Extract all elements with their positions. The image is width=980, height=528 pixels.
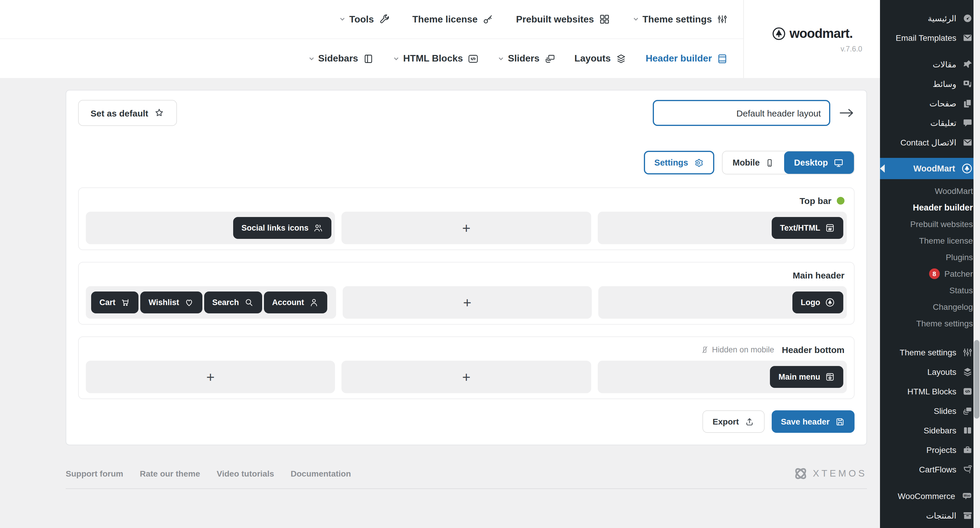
builder-cell-empty[interactable]: +	[86, 361, 335, 393]
sidebar-item-email-templates[interactable]: Email Templates	[880, 28, 980, 47]
submenu-plugins[interactable]: Plugins	[880, 249, 973, 265]
sliders-icon	[717, 14, 728, 25]
arrow-right-icon[interactable]	[838, 107, 854, 119]
text-html-element[interactable]: Text/HTML	[772, 217, 843, 239]
nav-html-blocks[interactable]: HTML Blocks	[393, 53, 479, 64]
mobile-toggle-button[interactable]: Mobile	[722, 151, 784, 174]
element-label: Wishlist	[148, 298, 179, 307]
theme-nav-row-1: Tools Theme license Prebuilt websites Th…	[0, 0, 743, 39]
submenu-theme-license[interactable]: Theme license	[880, 232, 973, 249]
social-people-icon	[313, 223, 323, 233]
nav-theme-settings[interactable]: Theme settings	[632, 14, 728, 25]
nav-sliders[interactable]: Sliders	[498, 53, 556, 64]
sidebar-item-cartflows[interactable]: CartFlows	[880, 460, 980, 479]
sidebar-item-projects[interactable]: Projects	[880, 440, 980, 460]
builder-cell[interactable]: Cart Wishlist Search	[86, 286, 336, 319]
sidebar-item-slides[interactable]: Slides	[880, 401, 980, 420]
grid-icon	[598, 14, 610, 25]
sidebar-item-comments[interactable]: تعليقات	[880, 113, 980, 132]
nav-tools[interactable]: Tools	[339, 14, 390, 25]
sidebar-item-woocommerce[interactable]: WooCommerce Woo	[880, 486, 980, 506]
submenu-prebuilt-websites[interactable]: Prebuilt websites	[880, 216, 973, 232]
scrollbar-thumb[interactable]	[974, 340, 979, 419]
save-header-button[interactable]: Save header	[772, 410, 854, 433]
sidebar-item-layouts[interactable]: Layouts	[880, 362, 980, 381]
nav-header-builder[interactable]: Header builder	[646, 53, 728, 64]
logo-element[interactable]: Logo	[792, 292, 843, 313]
element-label: Social links icons	[242, 224, 309, 232]
element-group: Cart Wishlist Search	[91, 292, 327, 313]
code-icon	[962, 386, 973, 396]
envelope-icon	[962, 32, 973, 43]
nav-sidebars[interactable]: Sidebars	[308, 53, 374, 64]
code-icon	[468, 53, 479, 64]
builder-cell[interactable]: Logo	[598, 286, 847, 319]
cart-element[interactable]: Cart	[91, 292, 138, 313]
submenu-patcher[interactable]: 8 Patcher	[880, 265, 973, 282]
section-main-header: Main header Cart Wishlist	[78, 262, 854, 325]
sidebar-item-products[interactable]: المنتجات	[880, 506, 980, 525]
account-element[interactable]: Account	[264, 292, 327, 313]
set-as-default-button[interactable]: Set as default	[78, 100, 177, 126]
submenu-label: Patcher	[945, 269, 973, 279]
wishlist-element[interactable]: Wishlist	[140, 292, 202, 313]
phone-slash-icon	[701, 345, 709, 354]
actions-row: Export Save header	[78, 410, 854, 433]
search-element[interactable]: Search	[204, 292, 262, 313]
builder-cell[interactable]: Main menu	[597, 361, 847, 393]
theme-version: v.7.6.0	[841, 45, 862, 53]
sidebar-item-sidebars[interactable]: Sidebars	[880, 420, 980, 440]
svg-text:Woo: Woo	[964, 493, 970, 497]
builder-cell[interactable]: Text/HTML	[597, 212, 847, 244]
submenu-header-builder[interactable]: Header builder	[880, 199, 973, 216]
social-links-icons-element[interactable]: Social links icons	[233, 217, 332, 239]
main-menu-element[interactable]: Main menu	[770, 366, 843, 388]
header-builder-icon	[717, 53, 728, 64]
submenu-label: WoodMart	[935, 186, 973, 196]
sidebar-item-dashboard[interactable]: الرئيسية	[880, 8, 980, 28]
rate-our-theme-link[interactable]: Rate our theme	[140, 469, 200, 478]
page: Tools Theme license Prebuilt websites Th…	[0, 0, 980, 528]
sidebar-item-pages[interactable]: صفحات	[880, 94, 980, 113]
support-forum-link[interactable]: Support forum	[66, 469, 123, 478]
xtemos-mark-icon	[794, 466, 808, 481]
builder-cell-empty[interactable]: +	[342, 361, 591, 393]
header-layout-name-input[interactable]	[653, 100, 830, 126]
builder-cell-empty[interactable]: +	[343, 286, 592, 319]
top-bar-label-row: Top bar	[86, 193, 847, 208]
dashboard-icon	[962, 13, 973, 23]
builder-cell[interactable]: Social links icons	[86, 212, 335, 244]
page-scrollbar[interactable]	[974, 0, 980, 528]
nav-label: Sidebars	[318, 53, 358, 64]
element-label: Logo	[801, 298, 820, 307]
main-content: Set as default Settings Mobile	[0, 78, 880, 528]
submenu-woodmart[interactable]: WoodMart	[880, 183, 973, 199]
woodmart-submenu: WoodMart Header builder Prebuilt website…	[880, 179, 980, 336]
submenu-status[interactable]: Status	[880, 282, 973, 298]
sidebar-item-theme-settings[interactable]: Theme settings	[880, 342, 980, 362]
submenu-label: Changelog	[933, 302, 973, 312]
sidebar-item-posts[interactable]: مقالات	[880, 54, 980, 74]
builder-cell-empty[interactable]: +	[342, 212, 591, 244]
submenu-theme-settings[interactable]: Theme settings	[880, 315, 973, 332]
sidebar-icon	[363, 53, 374, 64]
envelope-icon	[962, 137, 973, 147]
nav-theme-license[interactable]: Theme license	[412, 14, 494, 25]
sidebar-item-html-blocks[interactable]: HTML Blocks	[880, 381, 980, 401]
submenu-changelog[interactable]: Changelog	[880, 298, 973, 315]
sidebar-item-media[interactable]: وسائط	[880, 74, 980, 94]
sidebar-item-label: وسائط	[933, 79, 956, 89]
footer-links: Support forum Rate our theme Video tutor…	[66, 469, 351, 478]
footer: Support forum Rate our theme Video tutor…	[66, 466, 867, 489]
export-button[interactable]: Export	[702, 410, 764, 433]
nav-layouts[interactable]: Layouts	[574, 53, 627, 64]
video-tutorials-link[interactable]: Video tutorials	[216, 469, 274, 478]
nav-label: Prebuilt websites	[516, 14, 594, 25]
woodmart-logo: woodmart.	[771, 26, 853, 41]
documentation-link[interactable]: Documentation	[291, 469, 351, 478]
desktop-toggle-button[interactable]: Desktop	[784, 151, 854, 174]
nav-prebuilt-websites[interactable]: Prebuilt websites	[516, 14, 610, 25]
sidebar-item-contact[interactable]: الاتصال Contact	[880, 132, 980, 152]
settings-button[interactable]: Settings	[644, 151, 714, 174]
sidebar-item-woodmart[interactable]: WoodMart	[880, 158, 980, 179]
